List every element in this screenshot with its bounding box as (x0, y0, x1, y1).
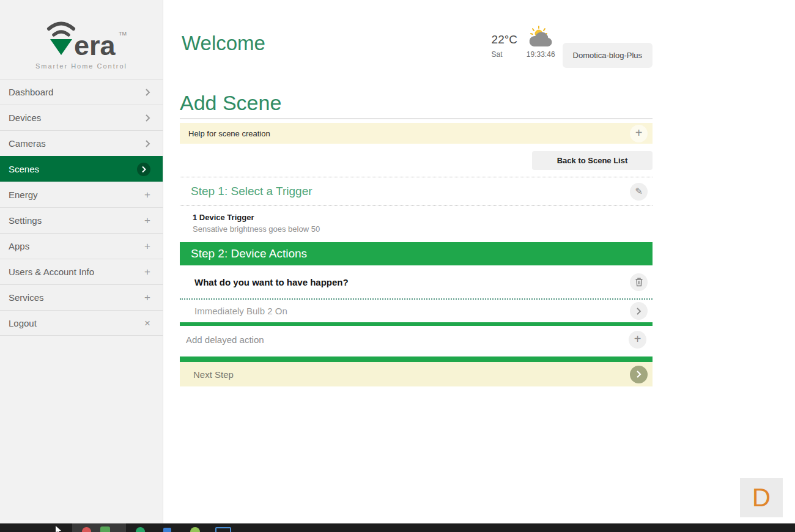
trash-icon (635, 277, 643, 287)
sidebar-item-label: Services (9, 292, 44, 303)
chevron-right-icon (636, 370, 642, 379)
help-expand-button[interactable]: + (630, 125, 648, 142)
taskbar-active-slot (72, 523, 126, 532)
sidebar-item-services[interactable]: Services + (0, 284, 163, 310)
sidebar: era TM Smarter Home Control Dashboard De… (0, 0, 163, 523)
sidebar-item-label: Users & Account Info (9, 267, 94, 277)
sidebar-item-cameras[interactable]: Cameras (0, 130, 163, 156)
taskbar-app-teal-icon[interactable] (136, 527, 145, 532)
taskbar-app-blue-icon[interactable] (163, 528, 171, 532)
close-icon: × (144, 318, 150, 328)
back-row: Back to Scene List (180, 144, 653, 177)
trigger-description: Sensative brightness goes below 50 (193, 224, 653, 234)
edit-trigger-button[interactable]: ✎ (630, 183, 648, 201)
sidebar-item-label: Scenes (9, 164, 39, 174)
temperature-value: 22°C (492, 33, 517, 49)
help-bar[interactable]: Help for scene creation + (180, 123, 653, 144)
partly-cloudy-icon (526, 26, 555, 49)
plus-icon: + (635, 127, 643, 139)
logo-tagline: Smarter Home Control (35, 62, 127, 70)
weather-widget: 22°C (492, 26, 653, 68)
chat-widget-button[interactable]: D (740, 478, 783, 517)
sidebar-item-energy[interactable]: Energy + (0, 182, 163, 207)
trigger-summary: 1 Device Trigger Sensative brightness go… (180, 206, 653, 242)
logo-tm: TM (119, 31, 127, 37)
sidebar-item-users-account-info[interactable]: Users & Account Info + (0, 259, 163, 284)
welcome-title: Welcome (182, 32, 265, 55)
device-action-question-row: What do you want to have happen? (180, 265, 653, 298)
taskbar-app-lightgreen-icon[interactable] (190, 527, 200, 532)
sidebar-item-dashboard[interactable]: Dashboard (0, 79, 163, 105)
sidebar-item-scenes[interactable]: Scenes (0, 156, 163, 182)
plus-icon: + (144, 190, 150, 200)
add-delayed-action-label: Add delayed action (186, 334, 264, 345)
taskbar-app-red-icon[interactable] (82, 527, 91, 532)
step1-header: Step 1: Select a Trigger ✎ (180, 177, 653, 205)
add-delayed-action-button[interactable]: + (629, 331, 646, 349)
delete-action-button[interactable] (630, 273, 648, 291)
page-title: Add Scene (180, 89, 653, 116)
next-step-row[interactable]: Next Step (180, 362, 653, 386)
logo-wordmark: era (74, 30, 116, 61)
step1-title: Step 1: Select a Trigger (191, 185, 312, 198)
immediate-action-label: Immediately Bulb 2 On (194, 306, 287, 316)
sidebar-item-logout[interactable]: Logout × (0, 310, 163, 336)
taskbar-app-outline-icon[interactable] (215, 527, 231, 532)
chevron-right-icon (145, 114, 150, 122)
plus-icon: + (634, 333, 642, 345)
weather-day: Sat (492, 50, 503, 59)
immediate-action-row[interactable]: Immediately Bulb 2 On (180, 300, 653, 322)
plus-icon: + (144, 241, 150, 251)
chat-widget-letter: D (752, 483, 771, 512)
taskbar-app-green-icon[interactable] (100, 526, 110, 532)
sidebar-item-settings[interactable]: Settings + (0, 207, 163, 233)
back-to-scene-list-button[interactable]: Back to Scene List (532, 151, 653, 170)
vera-logo-icon: era TM (33, 15, 130, 65)
chevron-right-icon (145, 88, 150, 97)
step2-header: Step 2: Device Actions (180, 242, 653, 265)
sidebar-menu: Dashboard Devices Cameras Scenes Energy … (0, 79, 163, 336)
title-divider (180, 118, 653, 119)
next-step-label: Next Step (193, 369, 234, 380)
sidebar-item-label: Energy (9, 190, 38, 200)
open-action-button[interactable] (630, 302, 648, 320)
plus-icon: + (144, 215, 150, 226)
sidebar-item-label: Settings (9, 215, 42, 226)
progress-bar (180, 357, 653, 362)
sidebar-item-label: Logout (9, 318, 37, 328)
chevron-right-icon (636, 307, 642, 316)
next-step-button[interactable] (630, 366, 648, 383)
add-delayed-action-row[interactable]: Add delayed action + (180, 326, 653, 353)
step2-title: Step 2: Device Actions (191, 247, 307, 260)
sidebar-item-label: Cameras (9, 138, 46, 149)
sidebar-item-label: Apps (9, 241, 29, 251)
vera-logo: era TM Smarter Home Control (0, 0, 163, 79)
device-action-question: What do you want to have happen? (194, 277, 349, 287)
sidebar-item-label: Devices (9, 113, 41, 123)
trigger-name: 1 Device Trigger (193, 213, 653, 222)
clock-time: 19:33:46 (527, 50, 555, 59)
sidebar-item-apps[interactable]: Apps + (0, 233, 163, 259)
chevron-right-circle-icon (137, 163, 150, 176)
cursor-icon (55, 526, 62, 532)
pencil-icon: ✎ (635, 186, 643, 197)
main-content: Welcome 22°C (164, 0, 795, 523)
help-bar-label: Help for scene creation (188, 129, 270, 138)
controller-selector[interactable]: Domotica-blog-Plus (563, 43, 653, 68)
chevron-right-icon (145, 139, 150, 148)
os-taskbar (0, 523, 795, 532)
page-header: Welcome 22°C (180, 0, 653, 89)
plus-icon: + (144, 292, 150, 303)
plus-icon: + (144, 267, 150, 277)
sidebar-item-devices[interactable]: Devices (0, 105, 163, 130)
sidebar-item-label: Dashboard (9, 87, 53, 97)
